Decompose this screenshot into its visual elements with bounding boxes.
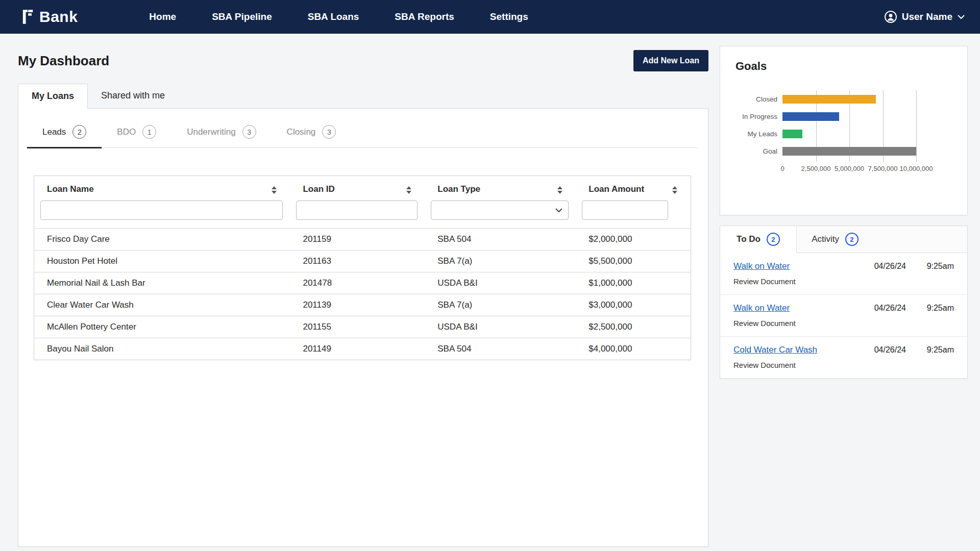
cell-loan-type: SBA 7(a)	[425, 294, 576, 316]
sort-icon[interactable]	[406, 186, 411, 194]
chart-bar-closed	[782, 95, 876, 104]
table-row[interactable]: McAllen Pottery Center 201155 USDA B&I $…	[34, 316, 691, 338]
user-menu[interactable]: User Name	[885, 11, 965, 23]
chart-track	[782, 130, 916, 138]
loan-amount-filter-input[interactable]	[582, 201, 668, 220]
side-column: Goals Closed In Progress	[720, 46, 968, 379]
cell-loan-type: USDA B&I	[425, 316, 576, 338]
table-row[interactable]: Frisco Day Care 201159 SBA 504 $2,000,00…	[34, 229, 691, 251]
nav-item-settings[interactable]: Settings	[490, 11, 528, 22]
todo-item: Walk on Water 04/26/24 9:25am Review Doc…	[720, 253, 967, 295]
user-name-label: User Name	[902, 11, 952, 22]
sort-icon[interactable]	[672, 186, 677, 194]
stage-tab-label: Leads	[42, 127, 66, 137]
todo-time: 9:25am	[921, 304, 954, 313]
goals-chart: Closed In Progress My Leads	[736, 90, 952, 174]
axis-tick-label: 0	[780, 165, 784, 172]
cell-loan-type: SBA 504	[425, 229, 576, 251]
chart-bar-in-progress	[782, 112, 839, 121]
column-header-loan-amount[interactable]: Loan Amount	[576, 176, 691, 198]
main-tabs: My Loans Shared with me	[18, 84, 708, 109]
sort-icon[interactable]	[557, 186, 562, 194]
axis-tick-label: 2,500,000	[801, 165, 831, 172]
loans-table: Loan Name Loan ID Loan Type	[34, 176, 691, 360]
axis-tick-label: 5,000,000	[835, 165, 864, 172]
column-label: Loan Amount	[589, 184, 644, 194]
cell-loan-id: 201149	[290, 338, 425, 360]
sort-icon[interactable]	[272, 186, 277, 194]
goals-title: Goals	[736, 60, 952, 73]
chart-row: In Progress	[736, 108, 916, 125]
column-label: Loan ID	[303, 184, 334, 194]
column-label: Loan Type	[437, 184, 480, 194]
cell-loan-amount: $1,000,000	[576, 272, 691, 294]
todo-time: 9:25am	[921, 345, 954, 355]
tab-my-loans[interactable]: My Loans	[18, 84, 88, 109]
table-body: Frisco Day Care 201159 SBA 504 $2,000,00…	[34, 229, 691, 360]
cell-loan-name: Bayou Nail Salon	[34, 338, 290, 360]
column-header-loan-type[interactable]: Loan Type	[425, 176, 576, 198]
todo-loan-link[interactable]: Walk on Water	[733, 303, 790, 313]
stage-tab-count-badge: 2	[72, 125, 86, 139]
tab-to-do[interactable]: To Do 2	[720, 226, 797, 253]
nav-menu: Home SBA Pipeline SBA Loans SBA Reports …	[149, 11, 528, 22]
nav-item-home[interactable]: Home	[149, 11, 176, 22]
chart-row: Closed	[736, 90, 916, 108]
todo-card: To Do 2 Activity 2 Walk on Water 04/26/2…	[720, 226, 968, 379]
chart-row: Goal	[736, 142, 916, 160]
column-label: Loan Name	[47, 184, 94, 194]
add-new-loan-button[interactable]: Add New Loan	[633, 50, 708, 71]
stage-tabs: Leads 2 BDO 1 Underwriting 3 Closing 3	[27, 125, 698, 148]
axis-tick-label: 7,500,000	[868, 165, 898, 172]
loan-type-filter-select[interactable]	[431, 201, 569, 220]
todo-list: Walk on Water 04/26/24 9:25am Review Doc…	[720, 253, 967, 378]
stage-tab-leads[interactable]: Leads 2	[27, 125, 102, 148]
cell-loan-id: 201478	[290, 272, 425, 294]
top-navbar: Bank Home SBA Pipeline SBA Loans SBA Rep…	[0, 0, 980, 34]
tab-activity[interactable]: Activity 2	[797, 226, 873, 253]
column-header-loan-name[interactable]: Loan Name	[34, 176, 290, 198]
todo-tab-label: To Do	[737, 234, 761, 244]
loan-name-filter-input[interactable]	[40, 201, 283, 220]
chart-track	[782, 147, 916, 156]
stage-tab-count-badge: 3	[242, 125, 256, 139]
cell-loan-id: 201163	[290, 251, 425, 272]
chart-track	[782, 95, 916, 104]
nav-item-sba-reports[interactable]: SBA Reports	[395, 11, 454, 22]
chart-track	[782, 112, 916, 121]
column-header-loan-id[interactable]: Loan ID	[290, 176, 425, 198]
todo-date: 04/26/24	[874, 345, 906, 355]
stage-tab-underwriting[interactable]: Underwriting 3	[172, 125, 271, 148]
stage-tab-closing[interactable]: Closing 3	[272, 125, 352, 148]
todo-description: Review Document	[733, 277, 954, 286]
table-row[interactable]: Memorial Nail & Lash Bar 201478 USDA B&I…	[34, 272, 691, 294]
cell-loan-amount: $5,500,000	[576, 251, 691, 272]
chart-bar-my-leads	[782, 130, 802, 138]
cell-loan-type: SBA 7(a)	[425, 251, 576, 272]
loan-id-filter-input[interactable]	[296, 201, 418, 220]
cell-loan-amount: $2,500,000	[576, 316, 691, 338]
todo-tab-label: Activity	[812, 234, 839, 244]
user-avatar-icon	[885, 11, 897, 23]
brand[interactable]: Bank	[20, 8, 78, 26]
table-row[interactable]: Bayou Nail Salon 201149 SBA 504 $4,000,0…	[34, 338, 691, 360]
todo-loan-link[interactable]: Walk on Water	[733, 261, 790, 271]
cell-loan-amount: $4,000,000	[576, 338, 691, 360]
axis-tick-label: 10,000,000	[899, 165, 933, 172]
goals-card: Goals Closed In Progress	[720, 46, 968, 215]
todo-tabs: To Do 2 Activity 2	[720, 226, 967, 253]
chart-bar-goal	[782, 147, 916, 156]
tab-shared-with-me[interactable]: Shared with me	[88, 84, 178, 109]
todo-date: 04/26/24	[874, 262, 906, 271]
cell-loan-name: Memorial Nail & Lash Bar	[34, 272, 290, 294]
chart-category-label: In Progress	[736, 113, 782, 120]
nav-item-sba-pipeline[interactable]: SBA Pipeline	[212, 11, 272, 22]
cell-loan-id: 201159	[290, 229, 425, 251]
nav-item-sba-loans[interactable]: SBA Loans	[308, 11, 359, 22]
stage-tab-bdo[interactable]: BDO 1	[102, 125, 172, 148]
cell-loan-amount: $2,000,000	[576, 229, 691, 251]
table-row[interactable]: Clear Water Car Wash 201139 SBA 7(a) $3,…	[34, 294, 691, 316]
table-row[interactable]: Houston Pet Hotel 201163 SBA 7(a) $5,500…	[34, 251, 691, 272]
todo-loan-link[interactable]: Cold Water Car Wash	[733, 345, 817, 355]
cell-loan-id: 201155	[290, 316, 425, 338]
